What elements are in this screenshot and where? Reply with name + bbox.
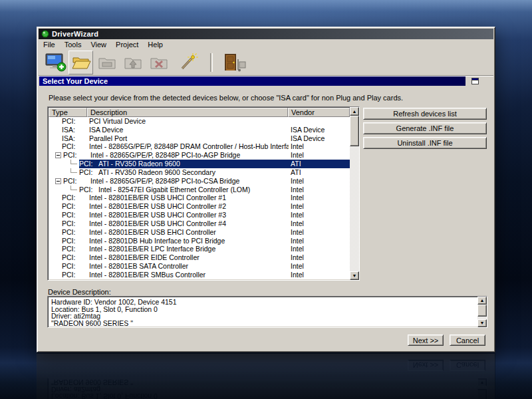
device-description: Intel - 82801EB/ER USB UHCI Controller #… (87, 202, 289, 211)
tree-indent (49, 194, 62, 202)
desktop: DriverWizard File Tools View Project Hel… (0, 0, 532, 399)
tree-indent (49, 202, 62, 211)
description-scrollbar-thumb[interactable] (477, 305, 487, 317)
device-vendor: Intel (289, 237, 350, 245)
device-description: Intel - 82801EB/ER LPC Interface Bridge (87, 245, 289, 253)
device-vendor: Intel (289, 228, 350, 237)
device-row[interactable]: PCI:Intel - 82801DB Hub Interface to PCI… (49, 237, 350, 245)
app-window: DriverWizard File Tools View Project Hel… (37, 27, 495, 352)
device-vendor: Intel (289, 186, 350, 194)
tree-indent (49, 262, 62, 271)
device-row[interactable]: ISA:ISA DeviceISA Device (49, 126, 350, 134)
device-row[interactable]: ISA:Parallel PortISA Device (49, 134, 350, 143)
device-row[interactable]: PCI:Intel - 82801EB SATA ControllerIntel (49, 262, 350, 271)
device-row[interactable]: PCI:ATI - RV350 Radeon 9600 SecondaryATI (49, 168, 350, 177)
tree-collapse-icon[interactable] (49, 177, 63, 186)
refresh-devices-button[interactable]: Refresh devices list (363, 108, 487, 120)
menu-tools[interactable]: Tools (60, 40, 86, 49)
folder-x-icon[interactable] (146, 51, 171, 74)
device-description-box[interactable]: Hardware ID: Vendor 1002, Device 4151 Lo… (47, 296, 487, 328)
device-description-text: Hardware ID: Vendor 1002, Device 4151 Lo… (49, 297, 477, 327)
device-vendor: Intel (289, 219, 350, 228)
device-description: Intel - 82801EB/ER USB EHCI Controller (87, 228, 289, 237)
description-scrollbar[interactable]: ▲ ▼ (477, 297, 487, 327)
tree-indent (49, 237, 62, 245)
device-row[interactable]: PCI:ATI - RV350 Radeon 9600ATI (49, 160, 350, 168)
titlebar[interactable]: DriverWizard (39, 29, 493, 39)
device-row[interactable]: PCI:Intel - 82801EB/ER LPC Interface Bri… (49, 245, 350, 253)
menu-help[interactable]: Help (143, 40, 168, 49)
menu-project[interactable]: Project (111, 40, 143, 49)
door-exit-icon[interactable] (220, 51, 251, 74)
banner: Select Your Device (39, 76, 466, 86)
hardware-id-line: Hardware ID: Vendor 1002, Device 4151 (51, 299, 475, 306)
device-row[interactable]: PCI:Intel - 82547EI Gigabit Ethernet Con… (49, 186, 350, 194)
tree-indent (49, 219, 62, 228)
device-row[interactable]: PCI:PCI Virtual Device (49, 117, 350, 126)
next-button[interactable]: Next >> (408, 334, 444, 346)
window-reflection: DriverWizard File Tools View Project Hel… (37, 353, 495, 399)
device-row[interactable]: PCI:Intel - 82801EB/ER SMBus ControllerI… (49, 271, 350, 279)
device-row[interactable]: PCI:Intel - 82801EB/ER USB UHCI Controll… (49, 211, 350, 219)
device-table-main: Type Description Vendor PCI:PCI Virtual … (49, 108, 350, 279)
instruction-text: Please select your device from the detec… (49, 94, 403, 102)
device-vendor: Intel (289, 245, 350, 253)
device-type: PCI: (62, 271, 87, 279)
tree-branch-line (49, 168, 79, 177)
column-header-vendor[interactable]: Vendor (288, 108, 350, 117)
menu-view[interactable]: View (86, 40, 111, 49)
wand-icon[interactable] (176, 51, 200, 74)
column-header-type[interactable]: Type (49, 108, 87, 117)
open-folder-icon[interactable] (68, 51, 93, 74)
description-scroll-down-icon[interactable]: ▼ (477, 319, 487, 327)
tree-indent (49, 126, 62, 134)
device-description: Intel - 82801EB/ER USB UHCI Controller #… (87, 211, 289, 219)
device-row[interactable]: PCI:Intel - 82801EB/ER USB EHCI Controll… (49, 228, 350, 237)
device-description: ISA Device (87, 126, 289, 134)
device-description: Intel - 82865G/PE/P, 82848P PCI-to-CSA B… (88, 177, 289, 186)
tree-collapse-icon[interactable] (49, 151, 63, 160)
menubar: File Tools View Project Help (39, 39, 493, 49)
uninstall-inf-button[interactable]: Uninstall .INF file (363, 137, 487, 149)
device-row[interactable]: PCI:Intel - 82865G/PE/P, 82848P PCI-to-A… (49, 151, 350, 160)
table-scrollbar[interactable]: ▲ ▼ (350, 107, 359, 280)
menu-file[interactable]: File (39, 40, 60, 49)
location-line: Location: Bus 1, Slot 0, Function 0 (51, 306, 475, 313)
folder-up-icon[interactable] (120, 51, 145, 74)
tree-branch-line (49, 186, 79, 194)
device-table-header: Type Description Vendor (49, 108, 350, 117)
tree-indent (49, 228, 62, 237)
scroll-down-icon[interactable]: ▼ (350, 271, 359, 280)
device-row[interactable]: PCI:Intel - 82801EB/ER USB UHCI Controll… (49, 202, 350, 211)
device-type: PCI: (62, 228, 87, 237)
banner-title: Select Your Device (43, 77, 108, 85)
device-row[interactable]: PCI:Intel - 82865G/PE/P, 82848P DRAM Con… (49, 142, 350, 151)
panel-dock-icon[interactable] (470, 77, 479, 86)
generate-inf-button[interactable]: Generate .INF file (363, 122, 487, 134)
device-description: Intel - 82865G/PE/P, 82848P PCI-to-AGP B… (88, 151, 289, 160)
device-row[interactable]: PCI:Intel - 82865G/PE/P, 82848P PCI-to-C… (49, 177, 350, 186)
device-type: PCI: (62, 219, 87, 228)
description-scroll-up-icon[interactable]: ▲ (477, 297, 487, 305)
folder-icon[interactable] (94, 51, 119, 74)
device-description: PCI Virtual Device (87, 117, 289, 126)
device-vendor: ISA Device (289, 134, 350, 143)
device-description: Intel - 82801EB SATA Controller (87, 262, 289, 271)
device-vendor: Intel (289, 262, 350, 271)
device-description: Intel - 82547EI Gigabit Ethernet Control… (96, 186, 289, 194)
device-description: Intel - 82801DB Hub Interface to PCI Bri… (87, 237, 289, 245)
device-description: Intel - 82801EB/ER SMBus Controller (87, 271, 289, 279)
cancel-button[interactable]: Cancel (450, 334, 485, 346)
monitor-add-icon[interactable] (43, 51, 67, 74)
device-table: Type Description Vendor PCI:PCI Virtual … (47, 106, 360, 281)
device-row[interactable]: PCI:Intel - 82801EB/ER EIDE ControllerIn… (49, 253, 350, 262)
table-scrollbar-thumb[interactable] (350, 116, 359, 146)
device-vendor: Intel (289, 271, 350, 279)
device-description-label: Device Description: (48, 288, 111, 296)
tree-branch-line (49, 160, 79, 168)
device-row[interactable]: PCI:Intel - 82801EB/ER USB UHCI Controll… (49, 194, 350, 202)
scroll-up-icon[interactable]: ▲ (350, 107, 359, 116)
column-header-description[interactable]: Description (87, 108, 288, 117)
device-vendor: Intel (289, 142, 350, 151)
device-row[interactable]: PCI:Intel - 82801EB/ER USB UHCI Controll… (49, 219, 350, 228)
